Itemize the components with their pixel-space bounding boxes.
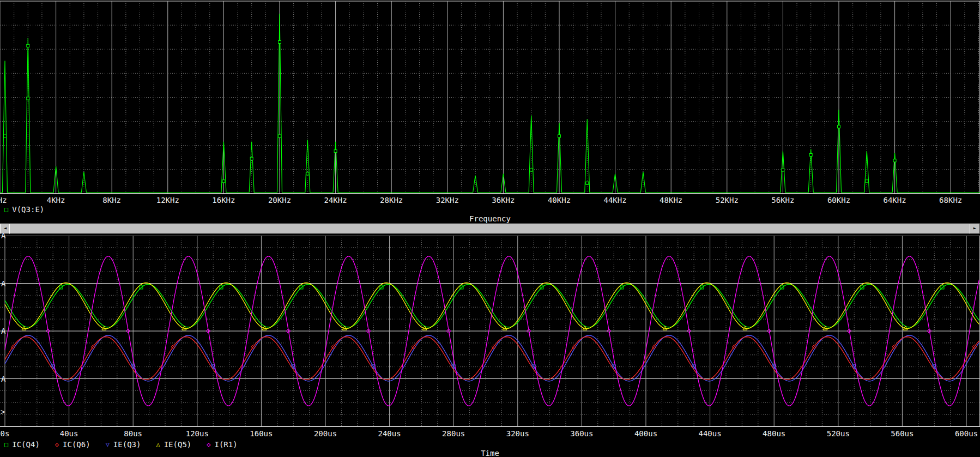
square-marker-icon: [279, 41, 281, 44]
y-tick-label: A: [1, 279, 5, 288]
square-marker-icon: [809, 154, 812, 157]
x-tick-label: 120us: [186, 429, 209, 438]
x-tick-label: 40us: [60, 429, 78, 438]
y-tick-label: A: [1, 231, 5, 240]
x-tick-label: 24KHz: [324, 196, 347, 205]
square-marker-icon: [27, 44, 29, 47]
square-marker-icon: [866, 180, 868, 183]
x-tick-label: 400us: [634, 429, 657, 438]
x-tick-label: 28KHz: [380, 196, 403, 205]
x-tick-label: 80us: [124, 429, 142, 438]
x-tick-label: 20KHz: [268, 196, 291, 205]
legend-label: IC(Q4): [12, 440, 40, 449]
square-marker-icon: [222, 180, 225, 183]
transient-legend: □IC(Q4)◇IC(Q6)▽IE(Q3)△IE(Q5)◇I(R1): [4, 440, 253, 449]
y-tick-label: A: [1, 327, 5, 335]
triangle-down-marker-icon: ▽: [106, 441, 110, 448]
x-tick-label: 4KHz: [47, 196, 65, 205]
x-tick-label: 60KHz: [827, 196, 850, 205]
horizontal-scrollbar[interactable]: ◄ ►: [0, 224, 980, 233]
legend-label: IE(Q3): [113, 440, 141, 449]
fft-legend: □V(Q3:E): [4, 205, 59, 214]
legend-item-IE(Q3)[interactable]: ▽IE(Q3): [106, 440, 141, 449]
fft-plot: [0, 0, 980, 195]
diamond-marker-icon: ◇: [207, 441, 210, 448]
x-tick-label: 16KHz: [212, 196, 235, 205]
trace-IE(Q5): [5, 283, 979, 329]
x-tick-label: 56KHz: [771, 196, 794, 205]
x-tick-label: 0Hz: [0, 196, 7, 205]
legend-item-IC(Q4)[interactable]: □IC(Q4): [4, 440, 40, 449]
trace-IE(Q3): [5, 335, 979, 381]
square-marker-icon: [782, 169, 784, 171]
x-tick-label: 44KHz: [604, 196, 627, 205]
x-tick-label: 40KHz: [548, 196, 571, 205]
x-tick-label: 440us: [699, 429, 722, 438]
x-tick-label: 280us: [442, 429, 465, 438]
legend-item-IE(Q5)[interactable]: △IE(Q5): [156, 440, 191, 449]
square-marker-icon: □: [4, 206, 8, 213]
x-tick-label: 48KHz: [660, 196, 682, 205]
x-tick-label: 160us: [250, 429, 273, 438]
x-tick-label: 32KHz: [436, 196, 459, 205]
square-marker-icon: [27, 97, 29, 100]
fft-axis-title: Frequency: [0, 214, 980, 223]
transient-plot: [0, 236, 980, 427]
x-tick-label: 360us: [570, 429, 593, 438]
legend-label: I(R1): [214, 440, 237, 449]
legend-item-V(Q3:E)[interactable]: □V(Q3:E): [4, 205, 44, 214]
square-marker-icon: [893, 159, 896, 162]
x-tick-label: 12KHz: [156, 196, 179, 205]
square-marker-icon: [4, 135, 7, 137]
square-marker-icon: [306, 172, 309, 175]
square-marker-icon: [530, 169, 533, 171]
scrollbar-right-arrow-icon[interactable]: ►: [970, 224, 980, 234]
square-marker-icon: [558, 135, 561, 137]
scrollbar-thumb[interactable]: [9, 224, 972, 234]
x-tick-label: 600us: [955, 429, 978, 438]
x-tick-label: 68KHz: [939, 196, 962, 205]
x-tick-label: 0s: [1, 429, 10, 438]
x-tick-label: 8KHz: [102, 196, 121, 205]
x-tick-label: 480us: [763, 429, 785, 438]
selected-plot-indicator: >: [1, 407, 5, 416]
x-tick-label: 560us: [891, 429, 914, 438]
x-tick-label: 64KHz: [884, 196, 906, 205]
fft-trace: [0, 14, 980, 193]
legend-label: IC(Q6): [63, 440, 90, 449]
y-tick-label: A: [1, 375, 5, 383]
legend-label: V(Q3:E): [12, 205, 44, 214]
x-tick-label: 200us: [314, 429, 337, 438]
square-marker-icon: [334, 150, 337, 153]
diamond-marker-icon: ◇: [55, 441, 59, 448]
transient-x-axis-ticks: 0s40us80us120us160us200us240us280us320us…: [0, 429, 980, 438]
square-marker-icon: [250, 157, 253, 160]
fft-x-axis-ticks: 0Hz4KHz8KHz12KHz16KHz20KHz24KHz28KHz32KH…: [0, 196, 980, 205]
triangle-up-marker-icon: △: [156, 441, 160, 448]
x-tick-label: 520us: [827, 429, 850, 438]
legend-item-IC(Q6)[interactable]: ◇IC(Q6): [55, 440, 90, 449]
x-tick-label: 320us: [506, 429, 529, 438]
probe-window: { "scrollbar": { "left_arrow": "◄", "rig…: [0, 0, 980, 457]
transient-axis-title: Time: [0, 449, 980, 457]
legend-item-I(R1)[interactable]: ◇I(R1): [207, 440, 237, 449]
trace-IC(Q4): [5, 284, 979, 327]
square-marker-icon: □: [4, 441, 8, 448]
square-marker-icon: [279, 135, 281, 137]
square-marker-icon: [586, 182, 589, 184]
x-tick-label: 240us: [378, 429, 401, 438]
square-marker-icon: [838, 125, 840, 128]
x-tick-label: 36KHz: [492, 196, 515, 205]
legend-label: IE(Q5): [164, 440, 192, 449]
x-tick-label: 52KHz: [716, 196, 739, 205]
